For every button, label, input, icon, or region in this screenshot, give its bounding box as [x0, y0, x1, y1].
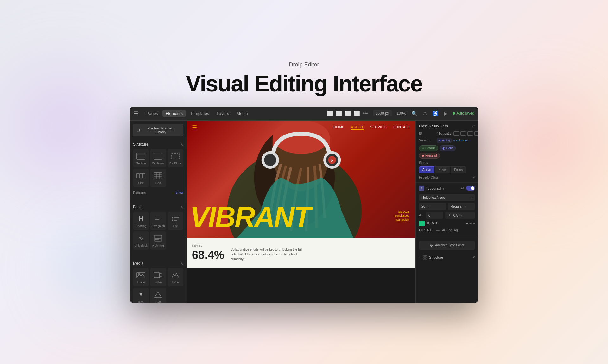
- hero-nav-contact[interactable]: CONTACT: [393, 125, 410, 130]
- sidebar-item-linkblock[interactable]: Link Block: [133, 231, 149, 250]
- bottom-section: LEVEL 68.4% Collaborative efforts will b…: [187, 238, 415, 268]
- desktop-icon[interactable]: ⬜: [327, 110, 333, 116]
- sidebar-item-divblock[interactable]: Div Block: [168, 149, 183, 167]
- library-button[interactable]: Pre-built Element Library: [133, 124, 183, 136]
- flex-icon: [136, 171, 146, 180]
- advance-type-button[interactable]: Advance Type Editor: [419, 241, 475, 250]
- typo-toggle[interactable]: [466, 186, 475, 191]
- nav-elements[interactable]: Elements: [162, 110, 186, 117]
- id-device-icons: [453, 131, 478, 136]
- typo-size-input[interactable]: 20 px: [419, 203, 446, 210]
- structure-grid-icon: [423, 255, 427, 260]
- hero-nav-home[interactable]: HOME: [333, 125, 345, 130]
- sidebar-item-paragraph[interactable]: Paragraph: [150, 212, 166, 230]
- chip-pressed-label: Pressed: [425, 154, 437, 157]
- more-icon[interactable]: •••: [363, 110, 368, 116]
- nav-pages[interactable]: Pages: [143, 110, 161, 117]
- sidebar-item-lottie[interactable]: Lottie: [168, 268, 183, 286]
- nav-layers[interactable]: Layers: [213, 110, 232, 117]
- zoom-level[interactable]: 100%: [397, 111, 407, 116]
- hero-nav-about[interactable]: ABOUT: [351, 125, 364, 130]
- sidebar-item-container[interactable]: Container: [150, 149, 166, 167]
- state-focus[interactable]: Focus: [451, 166, 466, 173]
- icon-label: Icon: [138, 300, 144, 303]
- page-header: Droip Editor Visual Editing Interface: [186, 61, 422, 97]
- menu-icon[interactable]: ☰: [134, 110, 138, 116]
- search-icon[interactable]: 🔍: [411, 110, 418, 116]
- sidebar-item-heading[interactable]: H Heading: [133, 212, 149, 230]
- state-hover[interactable]: Hover: [435, 166, 450, 173]
- media-section: Media ∧ Image: [130, 259, 187, 303]
- sidebar-item-richtext[interactable]: Rich Text: [150, 231, 166, 250]
- toolbar: ☰ Pages Elements Templates Layers Media …: [130, 107, 478, 121]
- sidebar-item-svg[interactable]: Svg: [150, 288, 166, 303]
- video-label: Video: [155, 281, 162, 284]
- typo-reset-icon[interactable]: ↩: [461, 186, 464, 191]
- sidebar-item-grid[interactable]: Grid: [150, 169, 166, 187]
- case-lowercase[interactable]: ag: [448, 229, 452, 232]
- typo-dir-rtl[interactable]: RTL: [427, 229, 433, 232]
- nav-media[interactable]: Media: [233, 110, 251, 117]
- sidebar-item-icon[interactable]: ♥ Icon: [133, 288, 149, 303]
- hero-menu-icon[interactable]: ☰: [192, 124, 197, 131]
- typo-color-row: 1BC47D ≡ ≡ ≡: [419, 221, 475, 226]
- basic-grid: H Heading Paragraph: [133, 212, 183, 250]
- mobile-icon[interactable]: ⬜: [354, 110, 360, 116]
- id-icon-3[interactable]: [467, 131, 473, 136]
- typo-color-swatch[interactable]: [419, 221, 425, 226]
- case-uppercase[interactable]: AG: [442, 229, 446, 232]
- chip-default[interactable]: ✦ Default: [419, 145, 438, 151]
- class-expand-icon[interactable]: ⤢: [472, 124, 475, 128]
- sidebar-item-flex[interactable]: Flex: [133, 169, 149, 187]
- structure-toggle[interactable]: ∧: [180, 142, 183, 147]
- accessibility-icon[interactable]: ♿: [432, 110, 439, 116]
- typo-dir-ltr[interactable]: LTR: [419, 229, 425, 232]
- align-center-icon[interactable]: ≡: [469, 221, 472, 226]
- structure-grid: Section Container: [133, 149, 183, 187]
- state-active[interactable]: Active: [419, 166, 434, 173]
- patterns-show[interactable]: Show: [175, 191, 183, 194]
- typo-lineheight-input[interactable]: |A| 0.5 %: [445, 212, 475, 219]
- typo-tracking-input[interactable]: 0: [426, 212, 443, 219]
- svg-rect-5: [140, 173, 142, 178]
- typo-font-row[interactable]: Helvetica Neue ∨: [419, 194, 475, 201]
- align-right-icon[interactable]: ≡: [473, 221, 475, 226]
- image-label: Image: [137, 281, 145, 284]
- chip-dark[interactable]: ◐ Dark: [440, 145, 456, 151]
- typo-align-icons: ≡ ≡ ≡: [466, 221, 475, 226]
- basic-toggle[interactable]: ∧: [180, 205, 183, 209]
- sidebar-item-image[interactable]: Image: [133, 268, 149, 286]
- selectors-count[interactable]: 5 Selectors: [453, 139, 468, 142]
- id-icon-1[interactable]: [453, 131, 459, 136]
- sidebar-item-section[interactable]: Section: [133, 149, 149, 167]
- svg-rect-26: [137, 272, 145, 278]
- id-icon-4[interactable]: [474, 131, 478, 136]
- lineheight-label: |A|: [448, 214, 451, 217]
- typo-weight-input[interactable]: Regular ∨: [448, 203, 475, 210]
- svg-text:b: b: [330, 157, 333, 162]
- media-section-header: Media ∧: [133, 261, 183, 266]
- laptop-icon[interactable]: ⬜: [345, 110, 351, 116]
- chip-pressed[interactable]: ◆ Pressed: [419, 153, 440, 159]
- grid-label: Grid: [155, 181, 161, 185]
- canvas-area: b ☰ HOME ABOUT SERVICE CONTACT: [187, 121, 415, 303]
- sidebar-item-list[interactable]: List: [168, 212, 183, 230]
- structure-expand-icon[interactable]: ∨: [473, 255, 475, 259]
- play-icon[interactable]: ▶: [444, 110, 447, 116]
- id-icon-2[interactable]: [460, 131, 466, 136]
- pseudo-dropdown[interactable]: ∨: [473, 176, 475, 179]
- structure-section-header[interactable]: + Structure ∨: [416, 253, 478, 262]
- nav-templates[interactable]: Templates: [187, 110, 212, 117]
- media-toggle[interactable]: ∧: [180, 261, 183, 266]
- tablet-icon[interactable]: ⬜: [336, 110, 342, 116]
- warning-icon[interactable]: ⚠: [423, 110, 427, 116]
- hero-nav-service[interactable]: SERVICE: [370, 125, 387, 130]
- container-icon: [153, 152, 163, 160]
- align-left-icon[interactable]: ≡: [466, 221, 468, 226]
- typo-title: Typography: [426, 186, 459, 190]
- typo-font-name: Helvetica Neue: [421, 196, 470, 199]
- lottie-icon: [170, 271, 180, 279]
- sidebar-item-video[interactable]: Video: [150, 268, 166, 286]
- id-hash: #: [437, 132, 439, 135]
- case-capitalize[interactable]: Ag: [454, 229, 458, 232]
